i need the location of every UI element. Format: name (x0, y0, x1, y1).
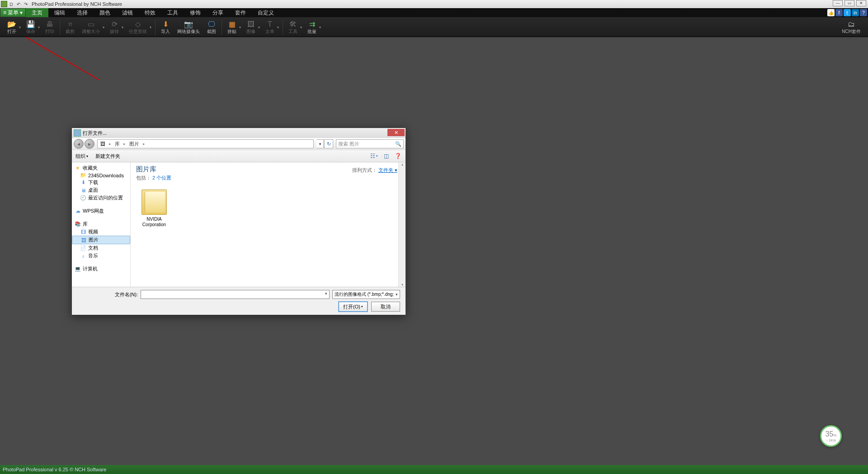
search-input[interactable]: 搜索 图片 🔍 (336, 139, 404, 148)
help-icon[interactable]: ? (860, 9, 867, 16)
folder-name: NVIDIA Corporation (136, 217, 172, 228)
save-button[interactable]: 💾保存 (23, 17, 42, 37)
toolbar: 📂打开 💾保存 🖶打印 ⌗裁剪 ▭调整大小 ⟳旋转 ◇任意形状 ⬇导入 📷网络摄… (0, 17, 868, 37)
main-menu-button[interactable]: ≡ 菜单 ▾ (0, 8, 26, 17)
undo-icon[interactable]: ↶ (15, 1, 22, 7)
like-icon[interactable]: 👍 (827, 9, 835, 16)
nav-back-button[interactable]: ◄ (74, 139, 84, 149)
dialog-icon (74, 129, 81, 137)
folder-icon: 📁 (80, 172, 86, 178)
sidebar-library[interactable]: 📚库 (72, 220, 130, 228)
sidebar-video[interactable]: 🎞视频 (72, 228, 130, 236)
menu-home[interactable]: 主页 (26, 8, 48, 17)
menu-filter[interactable]: 滤镜 (116, 8, 139, 17)
sidebar-wps[interactable]: ☁WPS网盘 (72, 207, 130, 215)
webcam-button[interactable]: 📷网络摄像头 (174, 17, 203, 37)
twitter-icon[interactable]: t (844, 9, 851, 16)
batch-button[interactable]: ⇉批量 (304, 17, 323, 37)
preview-pane-button[interactable]: ◫ (382, 152, 390, 160)
collage-button[interactable]: ▦拼贴 (224, 17, 243, 37)
suite-icon: 🗂 (848, 20, 855, 29)
chevron-right-icon: ▸ (123, 142, 127, 146)
desktop-icon: 🖥 (80, 188, 86, 193)
menu-color[interactable]: 颜色 (94, 8, 116, 17)
batch-icon: ⇉ (309, 20, 315, 29)
save-icon: 💾 (26, 20, 35, 29)
sort-value[interactable]: 文件夹 ▾ (378, 167, 397, 173)
menu-effects[interactable]: 特效 (139, 8, 161, 17)
print-button[interactable]: 🖶打印 (42, 17, 58, 37)
menu-custom[interactable]: 自定义 (252, 8, 280, 17)
sidebar-recent[interactable]: 🕘最近访问的位置 (72, 194, 130, 202)
dialog-titlebar[interactable]: 打开文件... ✕ (72, 128, 406, 138)
breadcrumb-icon: 🖼 (99, 141, 106, 147)
sidebar-music[interactable]: ♪音乐 (72, 252, 130, 260)
menu-share[interactable]: 分享 (207, 8, 229, 17)
sidebar-pictures[interactable]: 🖼图片 (72, 236, 130, 244)
facebook-icon[interactable]: f (835, 9, 843, 16)
menu-select[interactable]: 选择 (71, 8, 94, 17)
webcam-icon: 📷 (184, 20, 193, 29)
cloud-icon: ☁ (75, 208, 81, 214)
sidebar-2345downloads[interactable]: 📁2345Downloads (72, 172, 130, 179)
menu-suite[interactable]: 套件 (229, 8, 252, 17)
folder-item-nvidia[interactable]: NVIDIA Corporation (136, 190, 172, 228)
crop-button[interactable]: ⌗裁剪 (62, 17, 78, 37)
app-icon (1, 1, 7, 7)
separator (222, 19, 222, 35)
dialog-close-button[interactable]: ✕ (387, 129, 405, 136)
import-button[interactable]: ⬇导入 (157, 17, 174, 37)
sidebar-desktop[interactable]: 🖥桌面 (72, 186, 130, 194)
filename-input[interactable] (141, 290, 330, 299)
scrollbar[interactable] (398, 162, 406, 287)
filetype-dropdown[interactable]: 流行的图像格式 (*.bmp;*.dng; (332, 290, 400, 299)
sidebar-favorites[interactable]: ★收藏夹 (72, 164, 130, 172)
rotate-button[interactable]: ⟳旋转 (106, 17, 125, 37)
video-icon: 🎞 (80, 229, 86, 235)
sort-control[interactable]: 排列方式： 文件夹 ▾ (352, 167, 397, 174)
app-title: PhotoPad Professional by NCH Software (32, 1, 122, 7)
menu-edit[interactable]: 编辑 (48, 8, 71, 17)
music-icon: ♪ (80, 253, 86, 259)
maximize-button[interactable]: ▭ (844, 0, 854, 6)
speed-widget[interactable]: 35% ↓ 1K/s (820, 425, 842, 447)
speed-value: 35 (826, 430, 834, 438)
sidebar-documents[interactable]: 📄文档 (72, 244, 130, 252)
dialog-content: 图片库 包括： 2 个位置 排列方式： 文件夹 ▾ NVIDIA Corpora… (131, 162, 406, 287)
menu-tools[interactable]: 工具 (161, 8, 184, 17)
help-button[interactable]: ❓ (394, 152, 402, 160)
library-icon: 📚 (75, 221, 81, 227)
close-button[interactable]: ✕ (856, 0, 866, 6)
import-icon: ⬇ (163, 20, 169, 29)
title-bar: 🗋 ↶ ↷ PhotoPad Professional by NCH Softw… (0, 0, 868, 8)
redo-icon[interactable]: ↷ (23, 1, 29, 7)
view-mode-button[interactable]: ☷ ▾ (370, 152, 378, 160)
breadcrumb-pictures[interactable]: 图片 (128, 141, 140, 147)
sidebar-computer[interactable]: 💻计算机 (72, 265, 130, 273)
freeform-button[interactable]: ◇任意形状 (125, 17, 153, 37)
image-button[interactable]: 🖼图像 (243, 17, 262, 37)
cancel-button[interactable]: 取消 (371, 302, 400, 312)
nch-suite-button[interactable]: 🗂NCH套件 (838, 17, 864, 37)
library-locations-link[interactable]: 2 个位置 (152, 175, 171, 180)
screenshot-button[interactable]: 🖵截图 (203, 17, 220, 37)
open-button-dialog[interactable]: 打开(O) ▾ (339, 302, 368, 312)
new-folder-button[interactable]: 新建文件夹 (95, 153, 120, 160)
minimize-button[interactable]: — (833, 0, 843, 6)
open-button[interactable]: 📂打开 (4, 17, 23, 37)
dialog-navbar: ◄ ► 🖼 ▸ 库 ▸ 图片 ▸ ▾ ↻ 搜索 图片 🔍 (72, 138, 406, 150)
organize-button[interactable]: 组织 ▾ (75, 153, 88, 160)
refresh-button[interactable]: ↻ (324, 139, 333, 148)
nav-forward-button[interactable]: ► (85, 139, 94, 149)
resize-button[interactable]: ▭调整大小 (78, 17, 106, 37)
breadcrumb-libraries[interactable]: 库 (114, 141, 121, 147)
breadcrumb[interactable]: 🖼 ▸ 库 ▸ 图片 ▸ (97, 139, 314, 148)
sidebar-downloads[interactable]: ⬇下载 (72, 179, 130, 186)
tools-button[interactable]: 🛠工具 (285, 17, 304, 37)
new-icon[interactable]: 🗋 (8, 1, 14, 7)
open-file-dialog: 打开文件... ✕ ◄ ► 🖼 ▸ 库 ▸ 图片 ▸ ▾ ↻ 搜索 图片 🔍 组… (71, 128, 406, 315)
text-button[interactable]: T文本 (262, 17, 281, 37)
menu-retouch[interactable]: 修饰 (184, 8, 207, 17)
linkedin-icon[interactable]: in (852, 9, 859, 16)
breadcrumb-dropdown[interactable]: ▾ (316, 139, 324, 148)
